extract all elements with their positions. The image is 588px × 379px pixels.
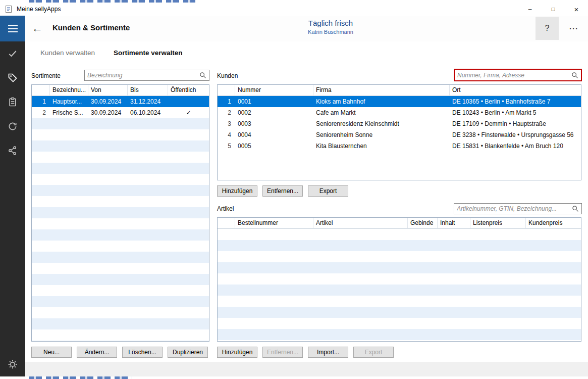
aendern-button[interactable]: Ändern... [77, 347, 117, 358]
column-header-rownum [218, 218, 235, 229]
empty-rows-area [218, 152, 581, 180]
maximize-button[interactable]: □ [542, 3, 565, 16]
cell-bezeichnung: Frische S... [50, 107, 88, 118]
window-title: Meine sellyApps [17, 6, 61, 13]
kunden-label: Kunden [217, 72, 238, 79]
cell-nummer: 0002 [235, 107, 313, 118]
check-icon [8, 49, 18, 59]
artikel-entfernen-button[interactable]: Entfernen... [262, 347, 303, 358]
kunden-search [454, 69, 582, 81]
artikel-export-button[interactable]: Export [353, 347, 394, 358]
sidebar-item-tasks[interactable] [0, 41, 25, 66]
app-header: ← Kunden & Sortimente Täglich frisch Kat… [0, 16, 588, 41]
user-name: Katrin Buschmann [73, 29, 588, 35]
cell-num: 2 [218, 107, 235, 118]
column-header-bestellnummer[interactable]: Bestellnummer [235, 218, 313, 229]
column-header-inhalt[interactable]: Inhalt [438, 218, 470, 229]
help-button[interactable]: ? [536, 17, 559, 40]
cell-ort: DE 17109 • Demmin • Hauptstraße [450, 118, 581, 129]
table-header-row: Nummer Firma Ort [218, 85, 581, 96]
title-bar: Meine sellyApps – □ × [0, 3, 588, 16]
column-header-firma[interactable]: Firma [313, 85, 450, 96]
column-header-rownum [218, 85, 235, 96]
column-header-von[interactable]: Von [88, 85, 128, 96]
back-button[interactable]: ← [29, 20, 45, 37]
cell-num: 2 [32, 107, 50, 118]
column-header-artikel[interactable]: Artikel [313, 218, 408, 229]
search-icon [571, 72, 578, 79]
cell-von: 30.09.2024 [88, 96, 128, 107]
sidebar-item-sortimente[interactable] [0, 66, 25, 90]
cell-num: 3 [218, 118, 235, 129]
table-row[interactable]: 2Frische S...30.09.202406.10.2024✓ [32, 107, 209, 118]
table-row[interactable]: 10001Kioks am BahnhofDE 10365 • Berlin •… [218, 96, 581, 107]
sortimente-table: Bezeichnu... Von Bis Öffentlich 1Hauptso… [31, 84, 209, 342]
sidebar-item-lists[interactable] [0, 90, 25, 114]
column-header-nummer[interactable]: Nummer [235, 85, 313, 96]
sidebar-item-share[interactable] [0, 138, 25, 163]
artikel-search [454, 203, 582, 214]
artikel-hinzufuegen-button[interactable]: Hinzufügen [217, 347, 257, 358]
table-row[interactable]: 50005Kita BlausternchenDE 15831 • Blanke… [218, 140, 581, 152]
sidebar-item-settings[interactable] [0, 353, 25, 375]
kunden-entfernen-button[interactable]: Entfernen... [262, 185, 303, 197]
column-header-kundenpreis[interactable]: Kundenpreis [526, 218, 581, 229]
share-icon [8, 146, 18, 156]
hamburger-icon [8, 23, 18, 34]
table-row[interactable]: 40004Seniorenheim SonneDE 3238 • Finster… [218, 129, 581, 140]
table-row[interactable]: 20002Cafe am MarktDE 10243 • Berlin • Am… [218, 107, 581, 118]
kunden-hinzufuegen-button[interactable]: Hinzufügen [217, 185, 257, 197]
cell-num: 4 [218, 129, 235, 140]
tab-kunden-verwalten[interactable]: Kunden verwalten [40, 49, 95, 57]
cell-firma: Kioks am Bahnhof [313, 96, 450, 107]
column-header-gebinde[interactable]: Gebinde [408, 218, 438, 229]
tab-bar: Kunden verwalten Sortimente verwalten [25, 41, 588, 65]
cell-oeffentlich [168, 96, 209, 107]
artikel-label: Artikel [217, 205, 234, 212]
more-button[interactable]: ··· [562, 17, 585, 40]
app-name: Täglich frisch [73, 19, 588, 27]
artikel-search-input[interactable] [454, 205, 572, 212]
cell-num: 1 [32, 96, 50, 107]
menu-button[interactable] [0, 16, 25, 41]
tab-sortimente-verwalten[interactable]: Sortimente verwalten [114, 49, 183, 57]
minimize-button[interactable]: – [518, 3, 542, 16]
cell-bis: 06.10.2024 [128, 107, 168, 118]
table-header-row: Bezeichnu... Von Bis Öffentlich [32, 85, 209, 96]
clipboard-icon [8, 97, 18, 107]
column-header-bis[interactable]: Bis [128, 85, 168, 96]
cell-bis: 31.12.2024 [128, 96, 168, 107]
cell-firma: Kita Blausternchen [313, 140, 450, 152]
column-header-ort[interactable]: Ort [450, 85, 581, 96]
sidebar-item-sync[interactable] [0, 114, 25, 138]
cell-ort: DE 15831 • Blankenfelde • Am Bruch 120 [450, 140, 581, 152]
neu-button[interactable]: Neu... [31, 347, 72, 358]
sortimente-search-input[interactable] [85, 72, 199, 79]
tag-icon [8, 73, 18, 83]
column-header-oeffentlich[interactable]: Öffentlich [168, 85, 209, 96]
table-row[interactable]: 1Hauptsor...30.09.202431.12.2024 [32, 96, 209, 107]
search-icon [199, 72, 206, 79]
cell-firma: Seniorenresidenz Kleinschmidt [313, 118, 450, 129]
cell-bezeichnung: Hauptsor... [50, 96, 88, 107]
empty-rows-area [218, 229, 581, 341]
close-button[interactable]: × [565, 3, 588, 16]
table-row[interactable]: 30003Seniorenresidenz KleinschmidtDE 171… [218, 118, 581, 129]
loeschen-button[interactable]: Löschen... [122, 347, 163, 358]
cell-ort: DE 3238 • Finsterwalde • Ursprungsgasse … [450, 129, 581, 140]
artikel-table: Bestellnummer Artikel Gebinde Inhalt Lis… [217, 217, 581, 342]
duplizieren-button[interactable]: Duplizieren [168, 347, 208, 358]
cell-ort: DE 10243 • Berlin • Am Markt 5 [450, 107, 581, 118]
sortimente-label: Sortimente [31, 72, 61, 79]
cell-nummer: 0005 [235, 140, 313, 152]
kunden-search-input[interactable] [455, 72, 571, 79]
kunden-table: Nummer Firma Ort 10001Kioks am BahnhofDE… [217, 84, 581, 180]
window-controls: – □ × [518, 3, 588, 16]
kunden-export-button[interactable]: Export [308, 185, 348, 197]
cell-firma: Cafe am Markt [313, 107, 450, 118]
cell-ort: DE 10365 • Berlin • Bahnhofstraße 7 [450, 96, 581, 107]
column-header-rownum [32, 85, 50, 96]
column-header-bezeichnung[interactable]: Bezeichnu... [50, 85, 88, 96]
column-header-listenpreis[interactable]: Listenpreis [470, 218, 526, 229]
artikel-import-button[interactable]: Import... [308, 347, 348, 358]
